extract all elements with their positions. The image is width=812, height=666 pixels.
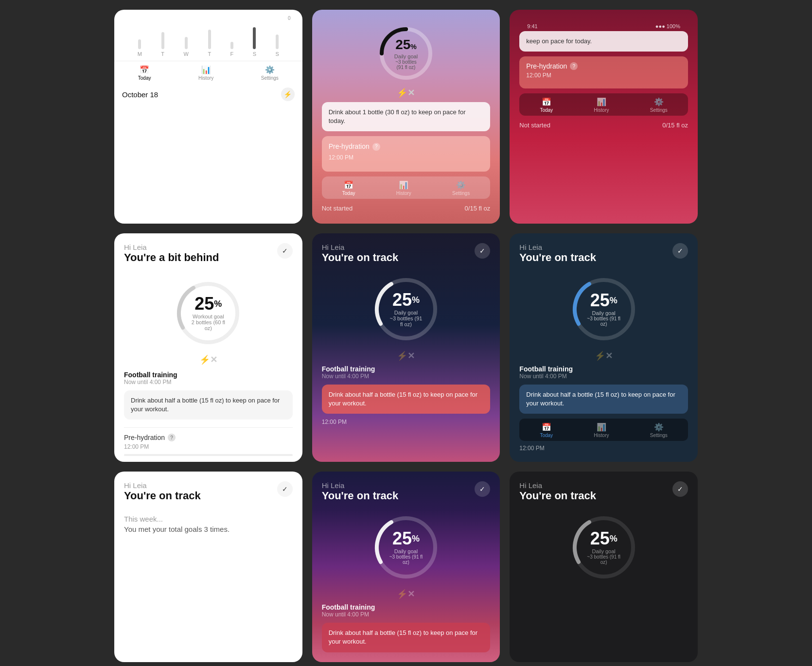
- behind-white-card: Hi Leia You're a bit behind ✓ 25% Workou…: [114, 233, 302, 462]
- calendar-icon-dark: 📅: [344, 180, 353, 190]
- day-tuesday: T: [161, 25, 164, 57]
- status-text-dark: You're on track: [322, 251, 399, 264]
- hi-text-purple: Hi Leia: [322, 481, 399, 490]
- rec-box-dark-top: keep on pace for today.: [519, 31, 688, 52]
- greeting-row-bottom: Hi Leia You're on track ✓: [124, 481, 293, 510]
- gx-logo-navy: ⚡✕: [595, 351, 613, 361]
- tab-bar-dark-pink: 📅 Today 📊 History ⚙️ Settings: [322, 176, 491, 199]
- check-circle-button[interactable]: ✓: [277, 243, 293, 259]
- gradient-purple-card: Hi Leia You're on track ✓ 25% Daily goal…: [312, 472, 500, 662]
- tab-settings-dark[interactable]: ⚙️ Settings: [452, 180, 470, 196]
- circle-dark-gradient: 25% Daily goal ~3 bottles (91 fl oz): [322, 273, 491, 346]
- pre-hydration-box: Pre-hydration ? 12:00 PM: [322, 136, 491, 171]
- date-row: October 18 ⚡: [114, 84, 302, 107]
- calendar-card: 0 M T W T: [114, 10, 302, 224]
- very-dark-content: Hi Leia You're on track ✓ 25% Daily goal…: [510, 472, 698, 598]
- activity-sub-purple: Now until 4:00 PM: [322, 611, 491, 618]
- status-text-navy: You're on track: [519, 251, 596, 264]
- time-dark-gradient: 12:00 PM: [322, 419, 491, 425]
- activity-sub-navy: Now until 4:00 PM: [519, 373, 688, 380]
- tab-today-dark[interactable]: 📅 Today: [342, 180, 355, 196]
- check-circle-dark[interactable]: ✓: [475, 243, 490, 259]
- this-week-text: This week...: [124, 515, 293, 523]
- gradient-purple-content: Hi Leia You're on track ✓ 25% Daily goal…: [312, 472, 500, 662]
- history-icon: 📊: [201, 65, 211, 74]
- recommendation-box: Drink about half a bottle (15 fl oz) to …: [124, 390, 293, 420]
- tab-history-tr[interactable]: 📊 History: [594, 97, 609, 113]
- tab-settings[interactable]: ⚙️ Settings: [261, 65, 279, 81]
- greeting-row-dark: Hi Leia You're on track ✓: [322, 243, 491, 268]
- settings-icon: ⚙️: [265, 65, 275, 74]
- calendar-icon-navy: 📅: [542, 422, 551, 432]
- gradient-pink-card-top: 25% Daily goal ~3 bottles (91 fl oz) ⚡✕ …: [312, 10, 500, 224]
- gatorade-logo: ⚡✕: [124, 354, 293, 365]
- gx-logo-purple: ⚡✕: [397, 589, 415, 599]
- week-result-text: You met your total goals 3 times.: [124, 525, 293, 533]
- pre-hydration-time: 12:00 PM: [124, 443, 293, 450]
- gatorade-gx-logo: ⚡✕: [397, 88, 415, 98]
- history-icon-navy: 📊: [597, 422, 606, 432]
- check-circle-very-dark[interactable]: ✓: [672, 481, 688, 497]
- status-bar: 9:41 ●●● 100%: [519, 19, 688, 31]
- progress-bar: [124, 454, 293, 456]
- tab-settings-tr[interactable]: ⚙️ Settings: [650, 97, 668, 113]
- dark-card-top-right: 9:41 ●●● 100% keep on pace for today. Pr…: [510, 10, 698, 224]
- history-icon-tr: 📊: [597, 97, 606, 106]
- gx-logo-dark: ⚡✕: [397, 351, 415, 361]
- activity-title-dark: Football training: [322, 365, 491, 373]
- activity-sub-dark: Now until 4:00 PM: [322, 373, 491, 380]
- day-saturday: S: [253, 25, 256, 57]
- lightning-button[interactable]: ⚡: [281, 88, 295, 101]
- dark-navy-card: Hi Leia You're on track ✓ 25% Daily goal…: [510, 233, 698, 462]
- day-friday: F: [230, 25, 234, 57]
- gradient-top-content: 25% Daily goal ~3 bottles (91 fl oz) ⚡✕ …: [312, 10, 500, 224]
- tab-today[interactable]: 📅 Today: [138, 65, 151, 81]
- check-circle-bottom[interactable]: ✓: [277, 481, 293, 497]
- rec-box-purple: Drink about half a bottle (15 fl oz) to …: [322, 623, 491, 652]
- tab-history-navy[interactable]: 📊 History: [594, 422, 609, 438]
- rec-box-dark-gradient: Drink about half a bottle (15 fl oz) to …: [322, 385, 491, 414]
- dark-gradient-content: Hi Leia You're on track ✓ 25% Daily goal…: [312, 233, 500, 435]
- pre-hydration-row: Pre-hydration ?: [124, 434, 293, 441]
- check-circle-purple[interactable]: ✓: [475, 481, 490, 497]
- calendar-header: 0 M T W T: [114, 10, 302, 61]
- day-thursday: T: [208, 25, 211, 57]
- recommendation-box-pink-top: Drink about 1 bottle (30 fl oz) to keep …: [322, 102, 491, 131]
- not-started-row: Not started 0/15 fl oz: [322, 203, 491, 214]
- greeting-row-navy: Hi Leia You're on track ✓: [519, 243, 688, 268]
- hi-text-bottom: Hi Leia: [124, 481, 201, 490]
- tab-settings-navy[interactable]: ⚙️ Settings: [650, 422, 668, 438]
- circle-center: 25% Workout goal 2 bottles (60 fl oz): [190, 295, 227, 331]
- settings-icon-tr: ⚙️: [654, 97, 664, 106]
- activity-title-navy: Football training: [519, 365, 688, 373]
- tab-today-navy[interactable]: 📅 Today: [540, 422, 553, 438]
- tab-bar-dark-top-right: 📅 Today 📊 History ⚙️ Settings: [519, 93, 688, 116]
- calendar-days: M T W T F: [122, 21, 295, 61]
- activity-subtitle: Now until 4:00 PM: [124, 379, 293, 386]
- check-circle-navy[interactable]: ✓: [672, 243, 688, 259]
- calendar-icon-tr: 📅: [542, 97, 551, 106]
- circle-navy: 25% Daily goal ~3 bottles (91 fl oz): [519, 273, 688, 346]
- divider: [124, 427, 293, 428]
- circle-container-pink-top: 25% Daily goal ~3 bottles (91 fl oz): [322, 24, 491, 83]
- time-navy: 12:00 PM: [519, 445, 688, 452]
- calendar-tab-bar: 📅 Today 📊 History ⚙️ Settings: [114, 61, 302, 84]
- activity-title: Football training: [124, 371, 293, 379]
- dark-navy-content: Hi Leia You're on track ✓ 25% Daily goal…: [510, 233, 698, 461]
- activity-title-purple: Football training: [322, 603, 491, 611]
- zero-label: 0: [122, 16, 295, 21]
- day-monday: M: [138, 25, 142, 57]
- tab-history[interactable]: 📊 History: [198, 65, 213, 81]
- status-text-bottom: You're on track: [124, 490, 201, 502]
- circle-gauge-container: 25% Workout goal 2 bottles (60 fl oz): [124, 277, 293, 350]
- status-text-very-dark: You're on track: [519, 490, 596, 502]
- hi-text-very-dark: Hi Leia: [519, 481, 596, 490]
- day-wednesday: W: [184, 25, 189, 57]
- hi-text-dark: Hi Leia: [322, 243, 399, 251]
- tab-today-tr[interactable]: 📅 Today: [540, 97, 553, 113]
- status-text-purple: You're on track: [322, 490, 399, 502]
- on-track-white-card: Hi Leia You're on track ✓ This week... Y…: [114, 472, 302, 662]
- tab-history-dark[interactable]: 📊 History: [396, 180, 411, 196]
- dark-gradient-card: Hi Leia You're on track ✓ 25% Daily goal…: [312, 233, 500, 462]
- calendar-icon: 📅: [140, 65, 149, 74]
